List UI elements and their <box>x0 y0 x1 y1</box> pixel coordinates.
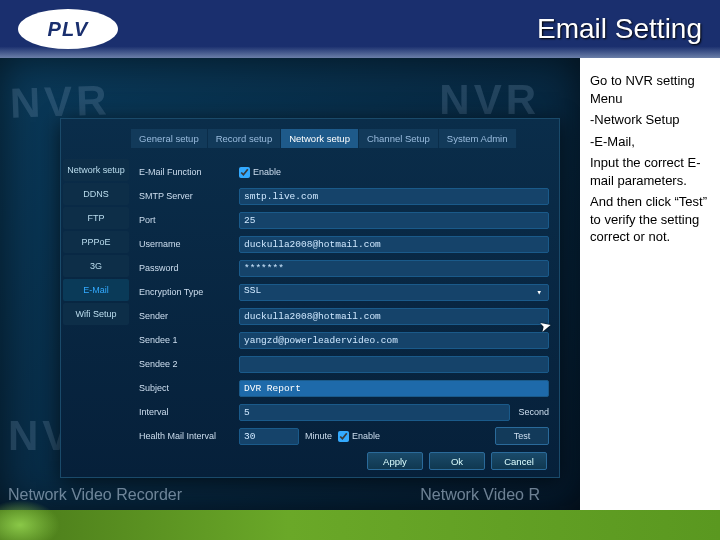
tab-channel-setup[interactable]: Channel Setup <box>359 129 439 148</box>
instruction-line: Input the correct E-mail parameters. <box>590 154 710 189</box>
label-subject: Subject <box>139 383 239 393</box>
label-health-unit: Minute <box>305 431 332 441</box>
checkbox-enable-text: Enable <box>253 167 281 177</box>
main-area: NVR NVR NVR General setup Record setup N… <box>0 58 720 510</box>
label-interval: Interval <box>139 407 239 417</box>
form-area: E-Mail Function Enable SMTP Server Port <box>131 156 559 446</box>
side-ftp[interactable]: FTP <box>63 207 129 229</box>
input-port[interactable] <box>239 212 549 229</box>
label-sendee1: Sendee 1 <box>139 335 239 345</box>
checkbox-health-enable-input[interactable] <box>338 431 349 442</box>
label-port: Port <box>139 215 239 225</box>
input-sender[interactable] <box>239 308 549 325</box>
side-ddns[interactable]: DDNS <box>63 183 129 205</box>
tab-network-setup[interactable]: Network setup <box>281 129 359 148</box>
input-smtp[interactable] <box>239 188 549 205</box>
checkbox-health-enable[interactable]: Enable <box>338 431 380 442</box>
input-sendee1[interactable] <box>239 332 549 349</box>
cancel-button[interactable]: Cancel <box>491 452 547 470</box>
tab-general-setup[interactable]: General setup <box>131 129 208 148</box>
label-sendee2: Sendee 2 <box>139 359 239 369</box>
input-health-value[interactable] <box>239 428 299 445</box>
slide-footer <box>0 510 720 540</box>
select-encryption-value: SSL <box>244 285 261 296</box>
side-nav: Network setup DDNS FTP PPPoE 3G E-Mail W… <box>61 156 131 446</box>
instruction-line: Go to NVR setting Menu <box>590 72 710 107</box>
input-sendee2[interactable] <box>239 356 549 373</box>
bg-text: NVR <box>439 76 540 124</box>
label-interval-unit: Second <box>518 407 549 417</box>
label-email-function: E-Mail Function <box>139 167 239 177</box>
checkbox-health-text: Enable <box>352 431 380 441</box>
instructions-column: Go to NVR setting Menu -Network Setup -E… <box>580 58 720 510</box>
side-email[interactable]: E-Mail <box>63 279 129 301</box>
bg-footer-text: Network Video R <box>420 486 540 504</box>
input-username[interactable] <box>239 236 549 253</box>
top-tabs: General setup Record setup Network setup… <box>131 129 559 148</box>
slide-title: Email Setting <box>537 13 702 45</box>
label-password: Password <box>139 263 239 273</box>
nvr-screenshot: NVR NVR NVR General setup Record setup N… <box>0 58 580 510</box>
settings-window: General setup Record setup Network setup… <box>60 118 560 478</box>
checkbox-email-enable-input[interactable] <box>239 167 250 178</box>
ok-button[interactable]: Ok <box>429 452 485 470</box>
label-smtp: SMTP Server <box>139 191 239 201</box>
plv-logo: PLV <box>18 9 118 49</box>
select-encryption[interactable]: SSL ▾ <box>239 284 549 301</box>
side-wifi-setup[interactable]: Wifi Setup <box>63 303 129 325</box>
apply-button[interactable]: Apply <box>367 452 423 470</box>
input-interval[interactable] <box>239 404 510 421</box>
side-pppoe[interactable]: PPPoE <box>63 231 129 253</box>
instruction-line: -Network Setup <box>590 111 710 129</box>
input-password[interactable] <box>239 260 549 277</box>
tab-record-setup[interactable]: Record setup <box>208 129 282 148</box>
side-3g[interactable]: 3G <box>63 255 129 277</box>
side-network-setup[interactable]: Network setup <box>63 159 129 181</box>
label-sender: Sender <box>139 311 239 321</box>
bottom-buttons: Apply Ok Cancel <box>61 446 559 470</box>
chevron-down-icon: ▾ <box>537 287 542 298</box>
instruction-line: -E-Mail, <box>590 133 710 151</box>
checkbox-email-enable[interactable]: Enable <box>239 167 281 178</box>
label-health: Health Mail Interval <box>139 431 239 441</box>
test-button[interactable]: Test <box>495 427 549 445</box>
instruction-line: And then click “Test” to verify the sett… <box>590 193 710 246</box>
label-encryption: Encryption Type <box>139 287 239 297</box>
slide-header: PLV Email Setting <box>0 0 720 58</box>
tab-system-admin[interactable]: System Admin <box>439 129 517 148</box>
input-subject[interactable] <box>239 380 549 397</box>
label-username: Username <box>139 239 239 249</box>
